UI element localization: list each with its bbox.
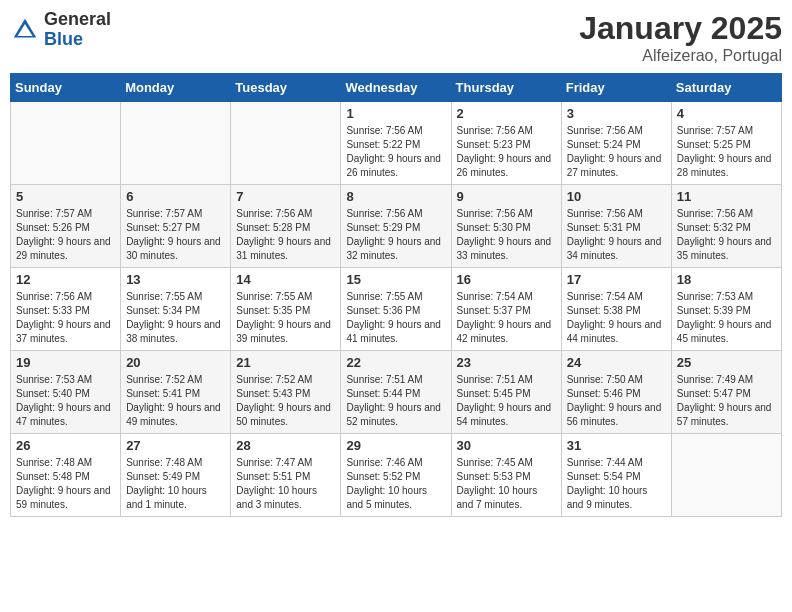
calendar-cell <box>671 434 781 517</box>
calendar-cell: 24Sunrise: 7:50 AM Sunset: 5:46 PM Dayli… <box>561 351 671 434</box>
day-number: 18 <box>677 272 776 287</box>
day-info: Sunrise: 7:57 AM Sunset: 5:27 PM Dayligh… <box>126 207 225 263</box>
calendar-cell <box>11 102 121 185</box>
day-info: Sunrise: 7:56 AM Sunset: 5:31 PM Dayligh… <box>567 207 666 263</box>
day-number: 9 <box>457 189 556 204</box>
calendar-cell: 21Sunrise: 7:52 AM Sunset: 5:43 PM Dayli… <box>231 351 341 434</box>
day-number: 26 <box>16 438 115 453</box>
calendar-cell: 29Sunrise: 7:46 AM Sunset: 5:52 PM Dayli… <box>341 434 451 517</box>
calendar-cell: 19Sunrise: 7:53 AM Sunset: 5:40 PM Dayli… <box>11 351 121 434</box>
logo-text: General Blue <box>44 10 111 50</box>
calendar-cell: 5Sunrise: 7:57 AM Sunset: 5:26 PM Daylig… <box>11 185 121 268</box>
day-info: Sunrise: 7:51 AM Sunset: 5:45 PM Dayligh… <box>457 373 556 429</box>
day-number: 3 <box>567 106 666 121</box>
day-info: Sunrise: 7:45 AM Sunset: 5:53 PM Dayligh… <box>457 456 556 512</box>
day-info: Sunrise: 7:55 AM Sunset: 5:35 PM Dayligh… <box>236 290 335 346</box>
calendar-cell: 14Sunrise: 7:55 AM Sunset: 5:35 PM Dayli… <box>231 268 341 351</box>
week-row-4: 19Sunrise: 7:53 AM Sunset: 5:40 PM Dayli… <box>11 351 782 434</box>
calendar-cell: 31Sunrise: 7:44 AM Sunset: 5:54 PM Dayli… <box>561 434 671 517</box>
day-info: Sunrise: 7:47 AM Sunset: 5:51 PM Dayligh… <box>236 456 335 512</box>
logo-general: General <box>44 10 111 30</box>
day-info: Sunrise: 7:52 AM Sunset: 5:43 PM Dayligh… <box>236 373 335 429</box>
day-info: Sunrise: 7:44 AM Sunset: 5:54 PM Dayligh… <box>567 456 666 512</box>
calendar-cell: 13Sunrise: 7:55 AM Sunset: 5:34 PM Dayli… <box>121 268 231 351</box>
calendar-cell <box>121 102 231 185</box>
calendar-cell: 3Sunrise: 7:56 AM Sunset: 5:24 PM Daylig… <box>561 102 671 185</box>
day-info: Sunrise: 7:46 AM Sunset: 5:52 PM Dayligh… <box>346 456 445 512</box>
day-info: Sunrise: 7:48 AM Sunset: 5:48 PM Dayligh… <box>16 456 115 512</box>
calendar-cell: 10Sunrise: 7:56 AM Sunset: 5:31 PM Dayli… <box>561 185 671 268</box>
day-info: Sunrise: 7:49 AM Sunset: 5:47 PM Dayligh… <box>677 373 776 429</box>
calendar-cell <box>231 102 341 185</box>
day-number: 30 <box>457 438 556 453</box>
day-info: Sunrise: 7:56 AM Sunset: 5:28 PM Dayligh… <box>236 207 335 263</box>
day-info: Sunrise: 7:55 AM Sunset: 5:34 PM Dayligh… <box>126 290 225 346</box>
day-number: 31 <box>567 438 666 453</box>
header-sunday: Sunday <box>11 74 121 102</box>
calendar-cell: 9Sunrise: 7:56 AM Sunset: 5:30 PM Daylig… <box>451 185 561 268</box>
day-info: Sunrise: 7:56 AM Sunset: 5:24 PM Dayligh… <box>567 124 666 180</box>
day-number: 2 <box>457 106 556 121</box>
calendar-header-row: SundayMondayTuesdayWednesdayThursdayFrid… <box>11 74 782 102</box>
header-saturday: Saturday <box>671 74 781 102</box>
calendar-subtitle: Alfeizerao, Portugal <box>579 47 782 65</box>
calendar-cell: 11Sunrise: 7:56 AM Sunset: 5:32 PM Dayli… <box>671 185 781 268</box>
day-info: Sunrise: 7:52 AM Sunset: 5:41 PM Dayligh… <box>126 373 225 429</box>
day-number: 29 <box>346 438 445 453</box>
calendar-cell: 1Sunrise: 7:56 AM Sunset: 5:22 PM Daylig… <box>341 102 451 185</box>
day-number: 14 <box>236 272 335 287</box>
calendar-title: January 2025 <box>579 10 782 47</box>
day-info: Sunrise: 7:56 AM Sunset: 5:32 PM Dayligh… <box>677 207 776 263</box>
week-row-5: 26Sunrise: 7:48 AM Sunset: 5:48 PM Dayli… <box>11 434 782 517</box>
calendar-cell: 15Sunrise: 7:55 AM Sunset: 5:36 PM Dayli… <box>341 268 451 351</box>
day-info: Sunrise: 7:48 AM Sunset: 5:49 PM Dayligh… <box>126 456 225 512</box>
day-number: 4 <box>677 106 776 121</box>
day-number: 1 <box>346 106 445 121</box>
calendar-cell: 16Sunrise: 7:54 AM Sunset: 5:37 PM Dayli… <box>451 268 561 351</box>
day-number: 10 <box>567 189 666 204</box>
day-info: Sunrise: 7:50 AM Sunset: 5:46 PM Dayligh… <box>567 373 666 429</box>
day-number: 5 <box>16 189 115 204</box>
page-header: General Blue January 2025 Alfeizerao, Po… <box>10 10 782 65</box>
calendar-cell: 30Sunrise: 7:45 AM Sunset: 5:53 PM Dayli… <box>451 434 561 517</box>
calendar-cell: 26Sunrise: 7:48 AM Sunset: 5:48 PM Dayli… <box>11 434 121 517</box>
day-number: 16 <box>457 272 556 287</box>
day-info: Sunrise: 7:54 AM Sunset: 5:37 PM Dayligh… <box>457 290 556 346</box>
logo: General Blue <box>10 10 111 50</box>
day-number: 24 <box>567 355 666 370</box>
day-number: 20 <box>126 355 225 370</box>
header-thursday: Thursday <box>451 74 561 102</box>
day-info: Sunrise: 7:53 AM Sunset: 5:39 PM Dayligh… <box>677 290 776 346</box>
day-info: Sunrise: 7:56 AM Sunset: 5:30 PM Dayligh… <box>457 207 556 263</box>
week-row-3: 12Sunrise: 7:56 AM Sunset: 5:33 PM Dayli… <box>11 268 782 351</box>
calendar-cell: 2Sunrise: 7:56 AM Sunset: 5:23 PM Daylig… <box>451 102 561 185</box>
calendar-cell: 18Sunrise: 7:53 AM Sunset: 5:39 PM Dayli… <box>671 268 781 351</box>
day-info: Sunrise: 7:57 AM Sunset: 5:25 PM Dayligh… <box>677 124 776 180</box>
day-info: Sunrise: 7:56 AM Sunset: 5:29 PM Dayligh… <box>346 207 445 263</box>
day-number: 12 <box>16 272 115 287</box>
calendar-cell: 20Sunrise: 7:52 AM Sunset: 5:41 PM Dayli… <box>121 351 231 434</box>
day-number: 22 <box>346 355 445 370</box>
week-row-2: 5Sunrise: 7:57 AM Sunset: 5:26 PM Daylig… <box>11 185 782 268</box>
header-monday: Monday <box>121 74 231 102</box>
day-info: Sunrise: 7:56 AM Sunset: 5:23 PM Dayligh… <box>457 124 556 180</box>
day-info: Sunrise: 7:53 AM Sunset: 5:40 PM Dayligh… <box>16 373 115 429</box>
day-info: Sunrise: 7:56 AM Sunset: 5:22 PM Dayligh… <box>346 124 445 180</box>
day-info: Sunrise: 7:54 AM Sunset: 5:38 PM Dayligh… <box>567 290 666 346</box>
day-info: Sunrise: 7:56 AM Sunset: 5:33 PM Dayligh… <box>16 290 115 346</box>
header-tuesday: Tuesday <box>231 74 341 102</box>
header-friday: Friday <box>561 74 671 102</box>
calendar-cell: 8Sunrise: 7:56 AM Sunset: 5:29 PM Daylig… <box>341 185 451 268</box>
calendar-cell: 22Sunrise: 7:51 AM Sunset: 5:44 PM Dayli… <box>341 351 451 434</box>
calendar-cell: 28Sunrise: 7:47 AM Sunset: 5:51 PM Dayli… <box>231 434 341 517</box>
day-number: 11 <box>677 189 776 204</box>
day-number: 17 <box>567 272 666 287</box>
calendar-cell: 7Sunrise: 7:56 AM Sunset: 5:28 PM Daylig… <box>231 185 341 268</box>
calendar-cell: 27Sunrise: 7:48 AM Sunset: 5:49 PM Dayli… <box>121 434 231 517</box>
day-number: 6 <box>126 189 225 204</box>
day-number: 8 <box>346 189 445 204</box>
week-row-1: 1Sunrise: 7:56 AM Sunset: 5:22 PM Daylig… <box>11 102 782 185</box>
day-number: 19 <box>16 355 115 370</box>
day-number: 23 <box>457 355 556 370</box>
day-number: 28 <box>236 438 335 453</box>
